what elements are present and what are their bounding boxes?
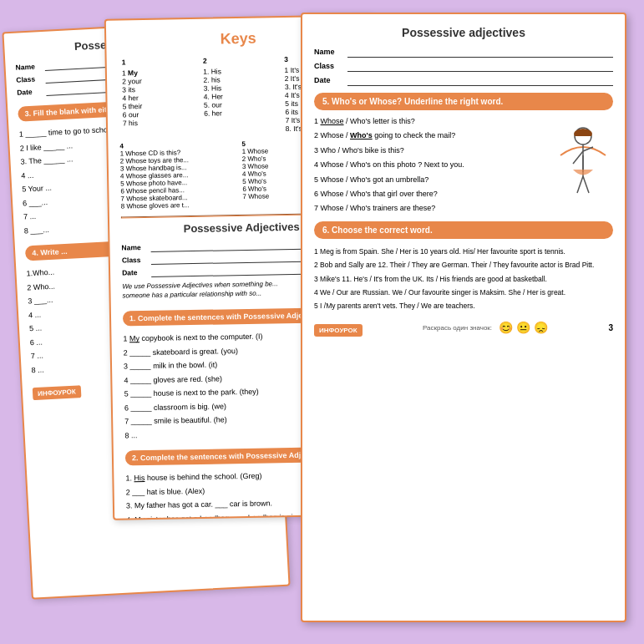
keys-col2: 2 1. His 2. his 3. His 4. Her 5. our 6. … xyxy=(200,55,279,134)
page-container: The possessive adjectives its do have an… xyxy=(0,0,644,644)
smiley-happy: 😊 xyxy=(499,321,513,334)
front-s5-l7: 7 Whose / Who's trainers are these? xyxy=(314,202,546,214)
svg-line-6 xyxy=(583,176,589,193)
svg-line-5 xyxy=(577,176,583,193)
girl-svg xyxy=(556,126,611,205)
front-s5-l1: 1 Whose / Who's letter is this? xyxy=(314,115,546,127)
front-s5-l2: 2 Whose / Who's going to check the mail? xyxy=(314,129,546,141)
front-logo: ИНФОУРОК xyxy=(314,324,363,337)
keys-col1: 1 1 My 2 your 3 its 4 her 5 their 6 our … xyxy=(119,57,198,136)
keys-section4: 4 1 Whose CD is this? 2 Whose toys are t… xyxy=(119,140,239,210)
front-date-field: Date xyxy=(314,74,613,86)
smiley-text: Раскрась один значок: xyxy=(423,324,492,332)
front-class-field: Class xyxy=(314,60,613,72)
front-section5-header: 5. Who's or Whose? Underline the right w… xyxy=(314,93,613,110)
front-s5-l5: 5 Whose / Who's got an umbrella? xyxy=(314,174,546,185)
front-s6-l3: 3 Mike's 11. He's / It's from the UK. It… xyxy=(314,273,613,285)
front-s6-l5: 5 I /My parents aren't vets. They / We a… xyxy=(314,300,613,312)
front-fields: Name Class Date xyxy=(314,46,613,86)
front-sheet-title: Possessive adjectives xyxy=(314,26,613,39)
svg-line-3 xyxy=(573,151,583,164)
front-logo-row: ИНФОУРОК Раскрась один значок: 😊 😐 😞 3 xyxy=(314,319,613,337)
front-s6-l2: 2 Bob and Sally are 12. Their / They are… xyxy=(314,259,613,271)
front-s6-l4: 4 We / Our are Russian. We / Our favouri… xyxy=(314,287,613,298)
front-s5-l3: 3 Who / Who's bike is this? xyxy=(314,145,546,156)
front-s5-l6: 6 Whose / Who's that girl over there? xyxy=(314,188,546,200)
smiley-neutral: 😐 xyxy=(516,321,530,334)
page-number: 3 xyxy=(608,323,613,332)
smiley-row: Раскрась один значок: 😊 😐 😞 xyxy=(423,321,548,334)
sheet-front: Possessive adjectives Name Class Date 5.… xyxy=(301,13,626,622)
front-section6-header: 6. Choose the correct word. xyxy=(314,221,613,239)
correct-word-section: 1 Meg is from Spain. She / Her is 10 yea… xyxy=(314,246,613,312)
smiley-sad: 😞 xyxy=(534,321,548,334)
front-s6-l1: 1 Meg is from Spain. She / Her is 10 yea… xyxy=(314,246,613,257)
back-logo: ИНФОУРОК xyxy=(33,385,81,400)
front-name-field: Name xyxy=(314,46,613,58)
girl-illustration xyxy=(553,124,613,207)
front-s5-l4: 4 Whose / Who's on this photo ? Next to … xyxy=(314,159,546,170)
